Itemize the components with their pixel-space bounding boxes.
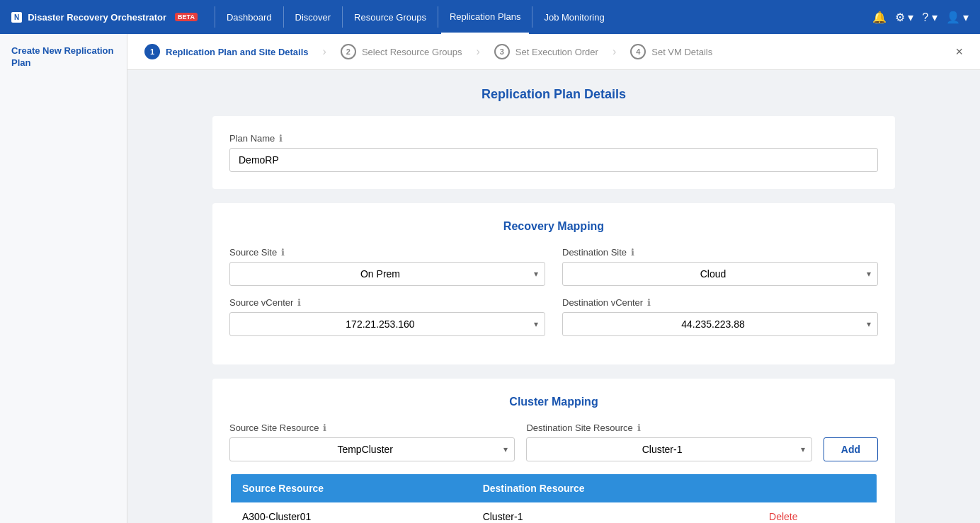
plan-name-card: Plan Name ℹ [212, 116, 895, 189]
cluster-mapping-card: Cluster Mapping Source Site Resource ℹ T… [212, 379, 895, 523]
sidebar-title: Create New Replication Plan [0, 45, 127, 78]
destination-site-label-row: Destination Site ℹ [562, 247, 878, 258]
wizard-step-3[interactable]: 3 Set Execution Order [494, 44, 598, 59]
destination-vcenter-label-row: Destination vCenter ℹ [562, 297, 878, 308]
cluster-mapping-title: Cluster Mapping [229, 396, 878, 408]
source-vcenter-select[interactable]: 172.21.253.160 [229, 312, 545, 336]
nav-right-controls: 🔔 ⚙ ▾ ? ▾ 👤 ▾ [872, 11, 969, 24]
destination-site-info-icon[interactable]: ℹ [631, 247, 634, 258]
form-area: Replication Plan Details Plan Name ℹ Rec… [127, 70, 980, 523]
nav-discover[interactable]: Discover [287, 0, 340, 34]
brand-logo: N Disaster Recovery Orchestrator BETA [11, 12, 198, 23]
step-2-number: 2 [341, 44, 356, 59]
page-body: Create New Replication Plan 1 Replicatio… [0, 34, 980, 523]
step-1-label: Replication Plan and Site Details [166, 47, 309, 57]
replication-plan-details-title: Replication Plan Details [212, 87, 895, 102]
separator-1: › [323, 45, 326, 58]
delete-row-button[interactable]: Delete [769, 511, 797, 522]
nav-job-monitoring[interactable]: Job Monitoring [535, 0, 612, 34]
close-wizard-button[interactable]: × [955, 45, 963, 59]
destination-vcenter-group: Destination vCenter ℹ 44.235.223.88 ▾ [562, 297, 878, 336]
wizard-step-4[interactable]: 4 Set VM Details [630, 44, 712, 59]
source-site-resource-select[interactable]: TempCluster [229, 437, 515, 461]
destination-site-select[interactable]: Cloud [562, 262, 878, 286]
source-vcenter-info-icon[interactable]: ℹ [297, 297, 301, 308]
destination-vcenter-select-wrapper: 44.235.223.88 ▾ [562, 312, 878, 336]
source-site-info-icon[interactable]: ℹ [281, 247, 285, 258]
destination-site-group: Destination Site ℹ Cloud ▾ [562, 247, 878, 286]
step-2-label: Select Resource Groups [362, 47, 462, 57]
step-3-number: 3 [494, 44, 510, 59]
user-menu-button[interactable]: 👤 ▾ [946, 11, 969, 24]
plan-name-input[interactable] [229, 148, 878, 172]
sidebar: Create New Replication Plan [0, 34, 127, 523]
delete-action-cell: Delete [758, 502, 877, 523]
table-row: A300-Cluster01 Cluster-1 Delete [230, 502, 877, 523]
source-site-resource-group: Source Site Resource ℹ TempCluster ▾ [229, 423, 515, 461]
nav-resource-groups[interactable]: Resource Groups [346, 0, 435, 34]
site-row: Source Site ℹ On Prem ▾ Des [229, 247, 878, 286]
destination-vcenter-label: Destination vCenter [562, 297, 643, 308]
nav-dashboard[interactable]: Dashboard [218, 0, 280, 34]
wizard-step-2[interactable]: 2 Select Resource Groups [341, 44, 462, 59]
source-site-label-row: Source Site ℹ [229, 247, 545, 258]
source-vcenter-label: Source vCenter [229, 297, 293, 308]
cluster-table-body: A300-Cluster01 Cluster-1 Delete [230, 502, 877, 523]
step-1-number: 1 [144, 44, 160, 59]
destination-resource-cell: Cluster-1 [472, 502, 758, 523]
cluster-resource-row: Source Site Resource ℹ TempCluster ▾ [229, 423, 878, 461]
app-name: Disaster Recovery Orchestrator [28, 12, 166, 23]
recovery-mapping-title: Recovery Mapping [229, 220, 878, 233]
destination-site-resource-label: Destination Site Resource [526, 423, 632, 433]
source-vcenter-select-wrapper: 172.21.253.160 ▾ [229, 312, 545, 336]
destination-vcenter-info-icon[interactable]: ℹ [647, 297, 651, 308]
nav-divider-5 [532, 6, 532, 28]
destination-site-resource-group: Destination Site Resource ℹ Cluster-1 ▾ [526, 423, 811, 461]
source-vcenter-group: Source vCenter ℹ 172.21.253.160 ▾ [229, 297, 545, 336]
separator-2: › [477, 45, 480, 58]
wizard-header: 1 Replication Plan and Site Details › 2 … [127, 34, 980, 70]
nav-divider-3 [342, 6, 343, 28]
source-resource-cell: A300-Cluster01 [230, 502, 472, 523]
wizard-step-1[interactable]: 1 Replication Plan and Site Details [144, 44, 309, 59]
netapp-logo-box: N [11, 12, 22, 23]
destination-site-resource-info-icon[interactable]: ℹ [637, 423, 641, 433]
step-4-number: 4 [630, 44, 646, 59]
notification-bell-button[interactable]: 🔔 [872, 11, 887, 24]
add-cluster-button[interactable]: Add [824, 437, 878, 461]
source-site-resource-label-row: Source Site Resource ℹ [229, 423, 515, 433]
source-site-select[interactable]: On Prem [229, 262, 545, 286]
top-navigation: N Disaster Recovery Orchestrator BETA Da… [0, 0, 980, 34]
destination-site-resource-select[interactable]: Cluster-1 [526, 437, 811, 461]
vcenter-row: Source vCenter ℹ 172.21.253.160 ▾ [229, 297, 878, 336]
plan-name-group: Plan Name ℹ [229, 133, 878, 172]
settings-button[interactable]: ⚙ ▾ [895, 11, 913, 24]
table-col-destination-resource: Destination Resource [472, 473, 758, 502]
nav-replication-plans[interactable]: Replication Plans [441, 0, 529, 34]
source-site-label: Source Site [229, 247, 277, 258]
separator-3: › [612, 45, 616, 58]
destination-site-resource-select-wrapper: Cluster-1 ▾ [526, 437, 811, 461]
main-content: 1 Replication Plan and Site Details › 2 … [127, 34, 980, 523]
nav-divider-4 [438, 6, 438, 28]
help-button[interactable]: ? ▾ [922, 11, 937, 24]
plan-name-info-icon[interactable]: ℹ [279, 133, 283, 144]
step-3-label: Set Execution Order [515, 47, 598, 57]
beta-badge: BETA [175, 13, 198, 21]
destination-vcenter-select[interactable]: 44.235.223.88 [562, 312, 878, 336]
source-vcenter-label-row: Source vCenter ℹ [229, 297, 545, 308]
plan-name-row: Plan Name ℹ [229, 133, 878, 172]
source-site-select-wrapper: On Prem ▾ [229, 262, 545, 286]
table-header: Source Resource Destination Resource [230, 473, 877, 502]
destination-site-select-wrapper: Cloud ▾ [562, 262, 878, 286]
source-site-resource-label: Source Site Resource [229, 423, 319, 433]
recovery-mapping-card: Recovery Mapping Source Site ℹ On Prem ▾ [212, 203, 895, 364]
destination-site-resource-label-row: Destination Site Resource ℹ [526, 423, 811, 433]
nav-divider-2 [283, 6, 284, 28]
source-site-resource-select-wrapper: TempCluster ▾ [229, 437, 515, 461]
nav-divider [215, 6, 215, 28]
source-site-resource-info-icon[interactable]: ℹ [323, 423, 326, 433]
step-4-label: Set VM Details [651, 47, 712, 57]
table-col-action [758, 473, 877, 502]
destination-site-label: Destination Site [562, 247, 627, 258]
